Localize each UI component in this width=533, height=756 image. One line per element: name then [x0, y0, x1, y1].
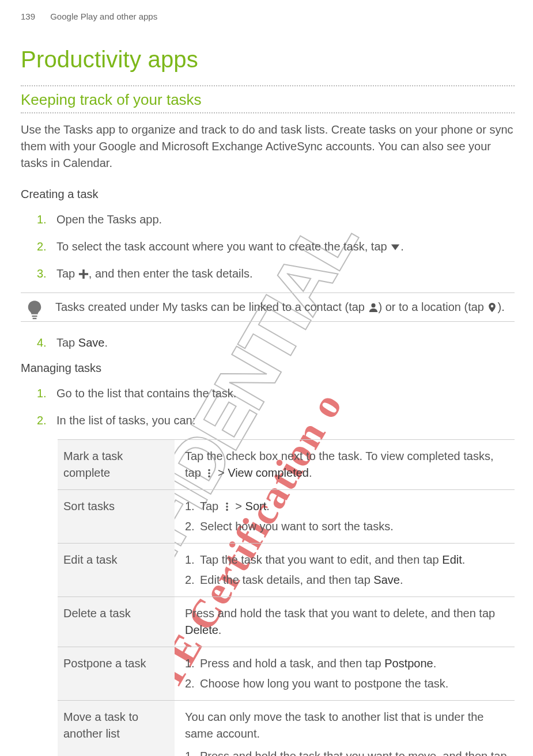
intro-paragraph: Use the Tasks app to organize and track … — [21, 121, 515, 172]
text: > — [232, 500, 245, 512]
divider — [21, 85, 515, 86]
text: . — [433, 657, 437, 670]
step-text: . — [400, 240, 404, 253]
action-desc: Tap the check box next to the task. To v… — [175, 440, 515, 490]
text: . — [309, 466, 312, 479]
step-text: Go to the list that contains the task. — [56, 387, 236, 400]
plus-icon — [78, 269, 89, 279]
text: > — [214, 466, 228, 479]
location-pin-icon — [487, 302, 497, 313]
svg-point-4 — [226, 506, 228, 508]
table-row: Edit a task 1. Tap the task that you wan… — [58, 544, 515, 597]
table-row: Mark a task complete Tap the check box n… — [58, 440, 515, 490]
action-desc: Press and hold the task that you want to… — [175, 597, 515, 647]
action-desc: 1. Tap > Sort. 2.Select how you want to … — [175, 490, 515, 544]
svg-point-2 — [209, 475, 211, 477]
lightbulb-icon — [27, 300, 43, 321]
creating-task-steps-cont: 4. Tap Save. — [37, 335, 515, 351]
section-title: Keeping track of your tasks — [21, 91, 515, 109]
ui-word: Save — [373, 573, 400, 586]
text: Press and hold the task that you want to… — [200, 750, 507, 756]
step-text: . — [104, 336, 108, 349]
substep: 1. Press and hold a task, and then tap P… — [185, 655, 510, 672]
tip-box: Tasks created under My tasks can be link… — [21, 292, 515, 322]
tip-text: ). — [497, 301, 504, 313]
step-text: In the list of tasks, you can: — [56, 414, 195, 427]
action-name: Mark a task complete — [58, 440, 175, 490]
substep: 2.Select how you want to sort the tasks. — [185, 518, 510, 535]
substep: 1. Tap > Sort. — [185, 498, 510, 515]
ui-word: Postpone — [384, 657, 433, 670]
ui-word: Delete — [185, 624, 218, 636]
text: Edit the task details, and then tap — [200, 573, 373, 586]
creating-task-steps: 1.Open the Tasks app. 2. To select the t… — [37, 211, 515, 282]
table-row: Postpone a task 1. Press and hold a task… — [58, 647, 515, 701]
text: Press and hold the task that you want to… — [185, 607, 495, 620]
action-name: Move a task to another list — [58, 701, 175, 757]
tip-text: ) or to a location (tap — [379, 301, 487, 313]
tip-text: Tasks created under My tasks can be link… — [55, 301, 368, 313]
managing-tasks-steps: 1.Go to the list that contains the task.… — [37, 385, 515, 429]
action-desc: You can only move the task to another li… — [175, 701, 515, 757]
action-name: Edit a task — [58, 544, 175, 597]
managing-tasks-heading: Managing tasks — [21, 362, 515, 375]
substep: 1. Tap the task that you want to edit, a… — [185, 552, 510, 568]
text: . — [400, 573, 403, 586]
svg-point-5 — [226, 508, 228, 511]
text: Tap — [200, 500, 222, 512]
svg-point-1 — [209, 472, 211, 474]
text: . — [266, 500, 270, 512]
step-3: 3. Tap , and then enter the task details… — [37, 265, 515, 282]
step-2: 2. To select the task account where you … — [37, 238, 515, 255]
text: Tap the task that you want to edit, and … — [200, 553, 442, 566]
ui-word: Sort — [245, 500, 267, 512]
step-2: 2.In the list of tasks, you can: — [37, 412, 515, 429]
substep: 1. Press and hold the task that you want… — [185, 748, 510, 756]
text: Select how you want to sort the tasks. — [200, 520, 394, 533]
text: . — [218, 624, 222, 636]
svg-point-0 — [209, 469, 211, 472]
page-content: 139 Google Play and other apps Productiv… — [0, 0, 533, 756]
text: You can only move the task to another li… — [185, 709, 510, 742]
action-name: Delete a task — [58, 597, 175, 647]
action-name: Postpone a task — [58, 647, 175, 701]
ui-word-save: Save — [78, 336, 105, 349]
substep: 2.Choose how long you want to postpone t… — [185, 675, 510, 692]
dropdown-triangle-icon — [390, 242, 400, 252]
text: Choose how long you want to postpone the… — [200, 677, 448, 690]
creating-task-heading: Creating a task — [21, 188, 515, 201]
step-text: To select the task account where you wan… — [56, 240, 390, 253]
action-desc: 1. Tap the task that you want to edit, a… — [175, 544, 515, 597]
page-number: 139 — [21, 12, 35, 21]
action-name: Sort tasks — [58, 490, 175, 544]
step-text: , and then enter the task details. — [89, 267, 253, 280]
divider — [21, 112, 515, 113]
contact-icon — [368, 302, 379, 313]
table-row: Move a task to another list You can only… — [58, 701, 515, 757]
step-text: Open the Tasks app. — [56, 213, 162, 226]
section-name: Google Play and other apps — [50, 12, 157, 21]
step-text: Tap — [56, 336, 78, 349]
step-4: 4. Tap Save. — [37, 335, 515, 351]
ui-word: Edit — [442, 553, 462, 566]
overflow-menu-icon — [204, 468, 214, 478]
overflow-menu-icon — [222, 502, 232, 512]
step-text: Tap — [56, 267, 78, 280]
page-header: 139 Google Play and other apps — [21, 12, 515, 21]
step-1: 1.Open the Tasks app. — [37, 211, 515, 228]
action-desc: 1. Press and hold a task, and then tap P… — [175, 647, 515, 701]
table-row: Delete a task Press and hold the task th… — [58, 597, 515, 647]
substep: 2. Edit the task details, and then tap S… — [185, 572, 510, 588]
step-1: 1.Go to the list that contains the task. — [37, 385, 515, 402]
actions-table: Mark a task complete Tap the check box n… — [58, 439, 515, 756]
page-title: Productivity apps — [21, 47, 515, 73]
text: . — [462, 553, 466, 566]
text: Press and hold a task, and then tap — [200, 657, 384, 670]
svg-point-3 — [226, 503, 228, 505]
table-row: Sort tasks 1. Tap > Sort. 2.Select how y… — [58, 490, 515, 544]
ui-word: View completed — [228, 466, 309, 479]
